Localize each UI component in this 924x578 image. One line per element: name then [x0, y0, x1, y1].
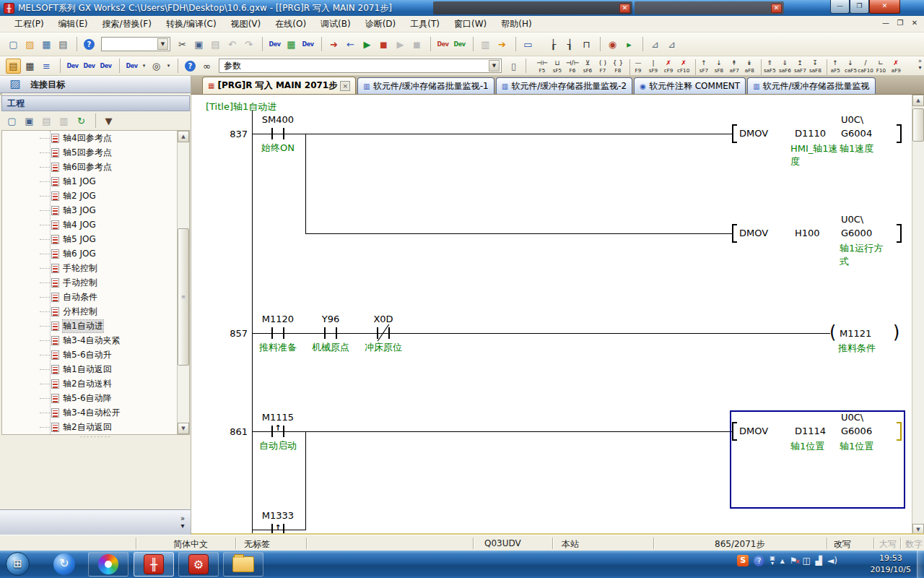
- ladder-symbol-button[interactable]: ↑ sF7: [697, 57, 711, 75]
- toolbar-icon[interactable]: [258, 37, 263, 51]
- toolbar-icon[interactable]: [91, 113, 96, 128]
- contact-symbol[interactable]: [271, 327, 273, 339]
- refresh-icon[interactable]: ↻: [74, 113, 89, 129]
- monitor-stop-disabled-icon[interactable]: ◼: [409, 37, 424, 52]
- page-find-icon[interactable]: ▯: [506, 59, 521, 74]
- ladder-symbol-button[interactable]: [757, 59, 762, 75]
- coil-label[interactable]: M1121: [840, 328, 871, 339]
- list-view-icon[interactable]: ≡: [39, 59, 54, 74]
- help-tray-icon[interactable]: ?: [754, 556, 764, 566]
- start-button[interactable]: ⊞: [6, 552, 30, 576]
- instruction-op[interactable]: DMOV: [739, 128, 768, 139]
- speaker-icon[interactable]: ◄): [827, 556, 837, 566]
- close-icon[interactable]: ✕: [619, 4, 630, 13]
- menu-item[interactable]: 搜索/替换(F): [95, 16, 159, 33]
- ladder-symbol-button[interactable]: — F9: [631, 57, 645, 75]
- ladder-symbol-button[interactable]: / caF10: [858, 57, 873, 75]
- ladder-symbol-button[interactable]: ↥ saF7: [793, 57, 807, 75]
- taskbar-config-tool-app[interactable]: ⚙: [178, 552, 219, 577]
- navigation-window-icon[interactable]: ▤: [6, 59, 21, 74]
- tab-device-comment[interactable]: ◉ 软元件注释 COMMENT: [634, 77, 746, 94]
- scroll-up-icon[interactable]: ▲: [912, 95, 924, 106]
- tree-item[interactable]: 分料控制: [2, 304, 189, 319]
- nav-connection-button[interactable]: ▨ 连接目标: [0, 76, 191, 93]
- tree-item[interactable]: 轴4 JOG: [2, 217, 189, 232]
- tree-item[interactable]: 轴2自动返回: [2, 420, 189, 434]
- ladder-monitor-icon[interactable]: ▦: [284, 37, 299, 52]
- toolbar-icon[interactable]: [596, 37, 601, 51]
- instruction-dst[interactable]: G6000: [841, 228, 872, 238]
- device-registration-monitor-icon[interactable]: Dev: [82, 59, 97, 74]
- screen-keep-icon[interactable]: ▭: [520, 37, 536, 52]
- help2-icon[interactable]: ?: [185, 61, 196, 72]
- ladder-symbol-button[interactable]: ⊣/⊢ F6: [565, 57, 580, 75]
- instruction-dst[interactable]: G6006: [841, 426, 872, 436]
- instruction-src[interactable]: D1110: [795, 128, 826, 139]
- tree-item[interactable]: 轴5回参考点: [2, 145, 189, 160]
- tree-item[interactable]: 轴5-6自动降: [2, 391, 189, 405]
- exec-program-icon[interactable]: ▸: [622, 37, 637, 52]
- redo-icon[interactable]: ↷: [241, 37, 256, 52]
- paste-icon[interactable]: ▤: [208, 37, 223, 52]
- close-button[interactable]: ✕: [869, 0, 900, 14]
- duplicate-data-icon[interactable]: ▥: [56, 113, 71, 129]
- browser-icon[interactable]: ↻: [53, 553, 75, 575]
- tree-item[interactable]: 自动条件: [2, 290, 189, 304]
- ladder-symbol-button[interactable]: ∟ F10: [873, 57, 888, 75]
- close-branch-icon[interactable]: ┧: [562, 37, 578, 52]
- device-batch-monitor-icon[interactable]: Dev: [65, 59, 80, 74]
- tab-device-batch-monitor-3[interactable]: ▥ 软元件/缓冲存储器批量监视: [747, 77, 876, 94]
- tree-item[interactable]: 轴5 JOG: [2, 232, 189, 246]
- zoom-tool-icon[interactable]: ◎: [149, 59, 164, 74]
- monitor-start-icon[interactable]: ▶: [359, 37, 375, 52]
- mdi-restore-button[interactable]: ❐: [895, 19, 905, 27]
- power-plug-icon[interactable]: ◫: [803, 556, 811, 566]
- sampling-trace2-icon[interactable]: ⊿: [664, 37, 679, 52]
- device-test-on-icon[interactable]: Dev: [435, 37, 450, 52]
- menu-item[interactable]: 工程(P): [7, 16, 51, 33]
- minimize-button[interactable]: —: [830, 0, 850, 14]
- menu-item[interactable]: 诊断(D): [358, 16, 404, 33]
- taskbar-clock[interactable]: 19:53 2019/10/5: [871, 553, 911, 576]
- tree-item[interactable]: 轴4回参考点: [2, 131, 189, 145]
- contact-symbol-nc[interactable]: [377, 327, 378, 339]
- device-test-off-icon[interactable]: Dev: [452, 37, 467, 52]
- ladder-symbol-button[interactable]: { } F8: [611, 57, 625, 75]
- target-select-combo[interactable]: 参数 ▼: [219, 59, 502, 73]
- ladder-symbol-button[interactable]: ( ) F7: [596, 57, 610, 75]
- sogou-tray-icon[interactable]: S: [737, 555, 749, 566]
- ladder-symbol-button[interactable]: ↓ sF8: [712, 57, 726, 75]
- ladder-symbol-button[interactable]: ↓ caF5: [843, 57, 858, 75]
- ladder-symbol-button[interactable]: ↧ saF8: [808, 57, 822, 75]
- window-select-combo[interactable]: ▼: [101, 37, 170, 51]
- save-icon[interactable]: ▦: [39, 37, 54, 52]
- toolbar-icon[interactable]: [468, 37, 474, 51]
- restore-button[interactable]: ❐: [850, 0, 869, 14]
- ladder-symbol-button[interactable]: ⇓ saF6: [777, 57, 792, 75]
- copy-data-icon[interactable]: ▣: [22, 113, 37, 129]
- ladder-symbol-button[interactable]: [823, 59, 827, 75]
- tree-item[interactable]: 轴3-4自动夹紧: [2, 333, 189, 348]
- toolbar-icon[interactable]: [426, 37, 431, 51]
- tab-close-icon[interactable]: ×: [340, 81, 350, 91]
- taskbar-gxworks2-app[interactable]: ╫: [134, 552, 174, 577]
- tree-item[interactable]: 轴1自动返回: [2, 362, 189, 376]
- new-file-icon[interactable]: ▢: [6, 37, 21, 52]
- taskbar-pinwheel-app[interactable]: [88, 552, 128, 577]
- open-branch-icon[interactable]: ┟: [546, 37, 561, 52]
- tree-scrollbar[interactable]: ▲ ≡ ▼: [177, 131, 189, 434]
- toolbar-icon[interactable]: [511, 37, 516, 51]
- module-configuration-icon[interactable]: ▦: [22, 59, 38, 74]
- ladder-symbol-button[interactable]: | sF9: [646, 57, 661, 75]
- tree-item[interactable]: 轴2自动送料: [2, 376, 189, 391]
- dropdown-arrow-icon[interactable]: ▾: [141, 59, 147, 74]
- contact-symbol[interactable]: [271, 128, 273, 139]
- chevron-down-icon[interactable]: ▼: [489, 60, 500, 72]
- scrollbar-thumb[interactable]: ≡: [178, 228, 189, 366]
- close-icon[interactable]: ✕: [771, 4, 782, 13]
- ladder-symbol-button[interactable]: [692, 59, 696, 75]
- mdi-minimize-button[interactable]: —: [881, 19, 891, 27]
- scrollbar-thumb[interactable]: [912, 108, 924, 142]
- tree-item[interactable]: 轴1 JOG: [2, 174, 189, 189]
- find-device-icon[interactable]: ◉: [605, 37, 620, 52]
